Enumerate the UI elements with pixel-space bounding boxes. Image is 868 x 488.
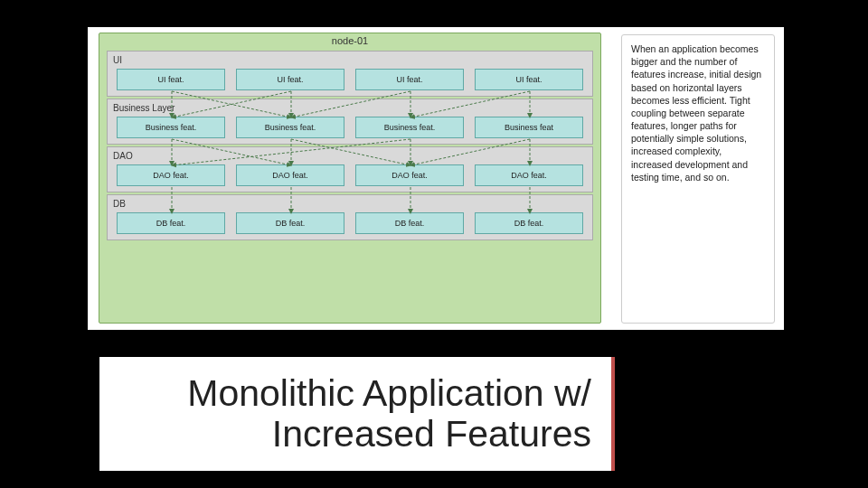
- node-title: node-01: [99, 33, 600, 49]
- feature-box: UI feat.: [355, 69, 464, 90]
- feature-box: Business feat: [475, 117, 583, 138]
- feature-box: DB feat.: [117, 212, 225, 234]
- diagram-canvas: node-01 UIUI feat.UI feat.UI feat.UI fea…: [88, 27, 784, 330]
- feature-row: DAO feat.DAO feat.DAO feat.DAO feat.: [111, 164, 589, 186]
- feature-box: DAO feat.: [236, 164, 344, 186]
- feature-box: DB feat.: [355, 212, 464, 234]
- title-line-1: Monolithic Application w/: [119, 373, 591, 414]
- feature-row: DB feat.DB feat.DB feat.DB feat.: [111, 212, 589, 234]
- feature-row: Business feat.Business feat.Business fea…: [111, 117, 589, 138]
- feature-box: DAO feat.: [117, 164, 225, 186]
- title-line-2: Increased Features: [119, 414, 591, 455]
- slide-title: Monolithic Application w/ Increased Feat…: [99, 357, 615, 471]
- layer-label: DB: [111, 197, 589, 212]
- layer-label: Business Layer: [111, 101, 589, 117]
- layer-label: DAO: [111, 149, 589, 164]
- feature-box: DB feat.: [236, 212, 344, 234]
- feature-box: Business feat.: [355, 117, 464, 138]
- description-text: When an application becomes bigger and t…: [631, 43, 761, 183]
- feature-row: UI feat.UI feat.UI feat.UI feat.: [111, 69, 589, 90]
- layer-business-layer: Business LayerBusiness feat.Business fea…: [107, 99, 593, 145]
- feature-box: Business feat.: [236, 117, 344, 138]
- feature-box: UI feat.: [475, 69, 583, 90]
- description-sidebar: When an application becomes bigger and t…: [621, 34, 775, 324]
- feature-box: DB feat.: [475, 212, 583, 234]
- layer-label: UI: [111, 53, 589, 69]
- layer-ui: UIUI feat.UI feat.UI feat.UI feat.: [107, 51, 593, 97]
- feature-box: UI feat.: [117, 69, 225, 90]
- feature-box: UI feat.: [236, 69, 344, 90]
- feature-box: Business feat.: [117, 117, 225, 138]
- node-box: node-01 UIUI feat.UI feat.UI feat.UI fea…: [99, 33, 601, 324]
- feature-box: DAO feat.: [355, 164, 464, 186]
- layer-db: DBDB feat.DB feat.DB feat.DB feat.: [107, 194, 593, 240]
- layer-dao: DAODAO feat.DAO feat.DAO feat.DAO feat.: [107, 146, 593, 192]
- feature-box: DAO feat.: [475, 164, 583, 186]
